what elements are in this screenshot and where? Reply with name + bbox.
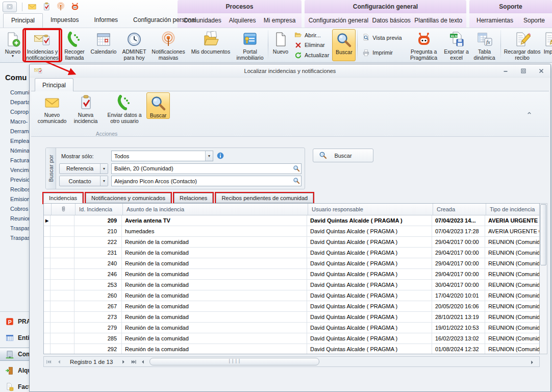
combo-value: Todos [112, 151, 205, 161]
cell: REUNION (Comunidad [485, 280, 540, 290]
row-indicator-header[interactable] [44, 204, 52, 215]
contacto-input[interactable] [111, 176, 302, 186]
column-header-1[interactable]: Id. Incidencia [76, 204, 123, 215]
chevron-down-icon[interactable]: ▼ [100, 164, 108, 174]
mis-documentos-button[interactable]: Mis documentos [188, 29, 234, 61]
contacto-selector-button[interactable]: Contacto ▼ [59, 176, 108, 186]
tab-impuestos[interactable]: Impuestos [43, 13, 86, 28]
incidencias-y-notificaciones-button[interactable]: Incidencias y notificaciones [23, 29, 61, 61]
scrollbar-thumb[interactable] [540, 204, 546, 265]
mostrar-solo-label: Mostrar sólo: [59, 153, 108, 159]
context-group-2: Configuración generalConfiguración gener… [305, 0, 466, 28]
last-record-button[interactable] [129, 358, 137, 366]
small-imprimir-button[interactable]: Imprimir [361, 49, 403, 57]
table-row[interactable]: 246Reunión de la comunidadDavid Quintas … [44, 269, 539, 280]
table-row[interactable]: 231Reunión de la comunidadDavid Quintas … [44, 248, 539, 258]
qat-clipboard-check-button[interactable] [42, 2, 51, 11]
restore-button[interactable] [519, 67, 528, 75]
enviar-datos-a-otro-usuario-button[interactable]: Enviar datos a otro usuario [103, 92, 146, 124]
tab-configuración-general[interactable]: Configuración general [309, 17, 368, 24]
table-row[interactable]: 260Reunión de la comunidadDavid Quintas … [44, 290, 539, 301]
column-header-2[interactable]: Asunto de la incidencia [123, 204, 308, 215]
collapse-ribbon-icon[interactable] [526, 110, 533, 117]
tab-notificaciones-y-comunicados[interactable]: Notificaciones y comunicados [85, 192, 172, 204]
chevron-down-icon[interactable]: ▼ [100, 176, 108, 186]
lookup-search-icon[interactable] [293, 165, 300, 173]
tab-recibos-pendientes-de-comunidad[interactable]: Recibos pendientes de comunidad [215, 192, 314, 204]
record-navigator: Registro 1 de 13 |||| [43, 356, 540, 367]
tabla-dinámica-button[interactable]: fxTabla dinámica [470, 29, 499, 61]
small-abrir--button[interactable]: Abrir... [293, 31, 331, 39]
minimize-button[interactable] [501, 67, 510, 75]
imp-re-button[interactable]: Imp re [542, 29, 552, 61]
table-row[interactable]: 285Reunión de la comunidadDavid Quintas … [44, 333, 539, 344]
referencia-selector-button[interactable]: Referencia ▼ [59, 163, 108, 174]
notificaciones-masivas-button[interactable]: Notificaciones masivas [149, 29, 188, 61]
pregunta-a-pragmática-button[interactable]: Pregunta a Pragmática [405, 29, 443, 61]
column-header-3[interactable]: Usuario responsable [308, 204, 433, 215]
recargar-datos-recibo-button[interactable]: Recargar datos recibo [503, 29, 542, 61]
table-row[interactable]: 292Reunión de la comunidadDavid Quintas … [44, 344, 539, 354]
next-record-button[interactable] [119, 358, 128, 366]
vertical-scrollbar[interactable] [540, 203, 547, 354]
small-vista-previa-button[interactable]: Vista previa [361, 34, 403, 41]
column-header-5[interactable]: Tipo de incidencia [486, 204, 540, 215]
tab-configuración-personal[interactable]: Configuración personal [126, 13, 204, 28]
button-label: Exportar a excel [443, 48, 470, 61]
table-row[interactable]: 273Reunión de la comunidadDavid Quintas … [44, 312, 539, 323]
small-actualizar-button[interactable]: Actualizar [293, 52, 331, 59]
tab-incidencias[interactable]: Incidencias [42, 192, 84, 204]
nuevo-button[interactable]: Nuevo▼ [2, 29, 23, 61]
tab-informes[interactable]: Informes [86, 13, 126, 28]
tab-principal[interactable]: Principal [3, 13, 43, 28]
exportar-a-excel-button[interactable]: XLSXExportar a excel [443, 29, 470, 61]
scroll-left-button[interactable] [139, 358, 147, 366]
column-header-4[interactable]: Creada [433, 204, 486, 215]
first-record-button[interactable] [45, 358, 54, 366]
tab-relaciones[interactable]: Relaciones [173, 192, 214, 204]
buscar-button[interactable]: Buscar [313, 149, 373, 162]
cell: David Quintas Alcalde ( PRAGMA ) [307, 226, 432, 236]
qat-mail-button[interactable] [28, 2, 37, 11]
chevron-down-icon[interactable]: ▼ [205, 151, 213, 161]
table-row[interactable]: 222Reunión de la comunidadDavid Quintas … [44, 237, 539, 248]
mostrar-solo-combobox[interactable]: Todos ▼ [111, 151, 213, 161]
calendario-button[interactable]: Calendario [88, 29, 119, 61]
clipboard-check [78, 93, 94, 112]
referencia-input[interactable] [111, 163, 302, 174]
nueva-incidencia-button[interactable]: Nueva incidencia [69, 92, 103, 124]
cell [51, 323, 74, 333]
close-button[interactable] [537, 67, 546, 75]
tab-soporte[interactable]: Soporte [523, 17, 545, 24]
tab-datos-básicos[interactable]: Datos básicos [372, 17, 410, 24]
table-row[interactable]: 253Reunión de la comunidadDavid Quintas … [44, 280, 539, 290]
nuevo-comunicado-button[interactable]: Nuevo comunicado [35, 92, 69, 124]
recoger-llamada-button[interactable]: Recoger llamada [61, 29, 88, 61]
next-record-button-icon [120, 358, 127, 365]
small-eliminar-button[interactable]: Eliminar [293, 41, 331, 49]
portal-inmobiliario-button[interactable]: Portal inmobiliario [234, 29, 266, 61]
buscar-button[interactable]: Buscar [146, 92, 170, 119]
tab-alquileres[interactable]: Alquileres [229, 17, 256, 24]
table-row[interactable]: 279Reunión de la comunidadDavid Quintas … [44, 323, 539, 333]
table-row[interactable]: 267Reunión de la comunidadDavid Quintas … [44, 301, 539, 312]
table-row[interactable]: 240Reunión de la comunidadDavid Quintas … [44, 258, 539, 269]
attachment-column-header[interactable] [52, 204, 76, 215]
app-button[interactable] [3, 2, 17, 12]
dialog-tab-principal[interactable]: Principal [35, 78, 73, 91]
prev-record-button[interactable] [55, 358, 63, 366]
table-row[interactable]: 210humedadesDavid Quintas Alcalde ( PRAG… [44, 226, 539, 237]
buscar-button[interactable]: Buscar [332, 29, 356, 61]
tab-herramientas[interactable]: Herramientas [476, 17, 513, 24]
incidents-table: Id. IncidenciaAsunto de la incidenciaUsu… [43, 203, 540, 354]
qat-robot-button[interactable] [70, 2, 80, 11]
tab-mi-empresa[interactable]: Mi empresa [264, 17, 296, 24]
qat-broadcast-button[interactable] [56, 2, 65, 11]
horizontal-scrollbar[interactable]: |||| [149, 358, 319, 365]
scroll-right-button[interactable] [529, 357, 536, 368]
table-row[interactable]: ▶209Averia antena TVDavid Quintas Alcald… [44, 215, 539, 226]
adminet-para-hoy-button[interactable]: ADMINET para hoy [119, 29, 149, 61]
tab-plantillas-de-texto[interactable]: Plantillas de texto [414, 17, 462, 24]
nuevo-button[interactable]: Nuevo [270, 29, 291, 61]
lookup-search-icon[interactable] [293, 177, 300, 185]
